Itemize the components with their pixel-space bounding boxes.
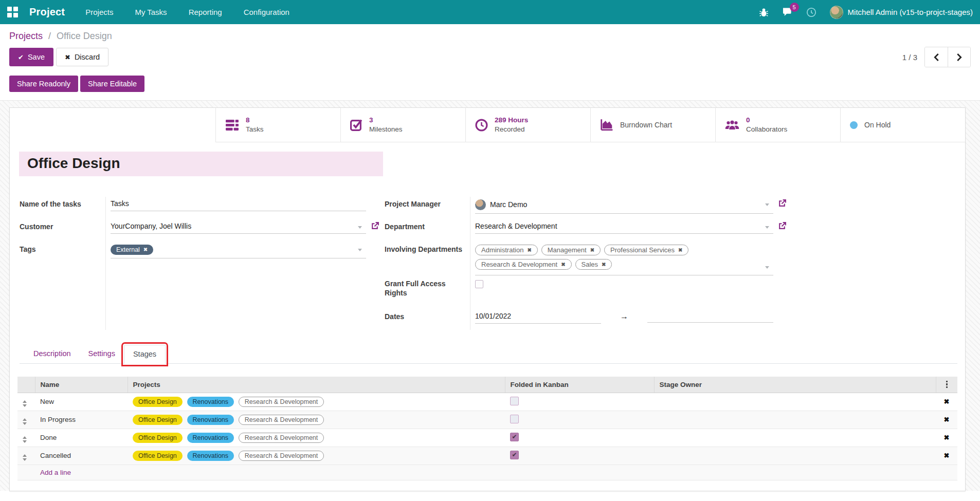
delete-row-icon[interactable]: ✖ [944, 452, 950, 459]
messages-icon[interactable]: 5 [782, 7, 793, 17]
column-header-stage-owner[interactable]: Stage Owner [654, 377, 936, 393]
tag-pill[interactable]: External✖ [111, 245, 153, 255]
department-tag-pill[interactable]: Research & Development✖ [475, 259, 572, 270]
stage-projects-cell[interactable]: Office Design Renovations Research & Dev… [128, 393, 505, 411]
pager-previous-button[interactable] [925, 47, 948, 67]
department-tag-pill[interactable]: Management✖ [541, 245, 601, 255]
stage-name-cell[interactable]: In Progress [35, 411, 128, 429]
external-link-icon[interactable] [778, 199, 787, 208]
remove-tag-icon[interactable]: ✖ [143, 247, 148, 252]
department-tag-pill[interactable]: Administration✖ [475, 245, 538, 255]
remove-tag-icon[interactable]: ✖ [561, 262, 565, 267]
chevron-down-icon[interactable] [765, 226, 769, 229]
external-link-icon[interactable] [371, 221, 379, 230]
save-button[interactable]: ✔ Save [9, 48, 53, 66]
name-of-tasks-input[interactable]: Tasks [111, 196, 366, 211]
delete-row-icon[interactable]: ✖ [944, 434, 950, 441]
stage-row[interactable]: Cancelled Office Design Renovations Rese… [17, 447, 957, 465]
stat-button-tasks[interactable]: 8 Tasks [215, 108, 340, 142]
stat-button-milestones[interactable]: 3 Milestones [340, 108, 465, 142]
folded-checkbox[interactable] [510, 397, 519, 405]
activities-clock-icon[interactable] [806, 7, 816, 17]
drag-handle-icon[interactable] [23, 418, 27, 425]
stage-projects-cell[interactable]: Office Design Renovations Research & Dev… [128, 447, 505, 465]
delete-row-icon[interactable]: ✖ [944, 398, 950, 405]
chevron-down-icon[interactable] [765, 266, 769, 269]
chevron-down-icon[interactable] [358, 249, 362, 251]
folded-checkbox[interactable] [510, 415, 519, 423]
stage-owner-cell[interactable] [654, 429, 936, 447]
project-manager-input[interactable]: Marc Demo [475, 196, 773, 214]
customer-input[interactable]: YourCompany, Joel Willis [111, 218, 366, 234]
nav-menu-item[interactable]: My Tasks [135, 8, 167, 16]
folded-checkbox[interactable] [510, 433, 519, 441]
optional-columns-icon[interactable] [941, 381, 953, 388]
debug-bug-icon[interactable] [759, 7, 769, 17]
discard-button[interactable]: ✖ Discard [56, 48, 108, 66]
add-a-line-link[interactable]: Add a line [40, 469, 71, 476]
department-tag-pill[interactable]: Research & Development [239, 433, 324, 443]
project-tag-pill[interactable]: Office Design [133, 451, 183, 461]
stage-projects-cell[interactable]: Office Design Renovations Research & Dev… [128, 411, 505, 429]
tab-settings[interactable]: Settings [80, 345, 124, 364]
chevron-down-icon[interactable] [765, 203, 769, 206]
stage-owner-cell[interactable] [654, 393, 936, 411]
share-readonly-button[interactable]: Share Readonly [9, 76, 78, 92]
project-tag-pill[interactable]: Renovations [187, 397, 234, 407]
project-tag-pill[interactable]: Office Design [133, 433, 183, 443]
remove-tag-icon[interactable]: ✖ [678, 247, 682, 253]
folded-checkbox[interactable] [510, 451, 519, 459]
stat-button-burndown-chart[interactable]: Burndown Chart [590, 108, 715, 142]
project-title-input[interactable]: Office Design [19, 152, 383, 176]
stage-row[interactable]: New Office Design Renovations Research &… [17, 393, 957, 411]
user-menu[interactable]: Mitchell Admin (v15-to-projct-stages) [830, 6, 973, 19]
drag-handle-icon[interactable] [23, 454, 27, 461]
date-start-input[interactable]: 10/01/2022 [475, 312, 601, 324]
apps-menu-icon[interactable] [7, 7, 18, 17]
involving-departments-input[interactable]: Administration✖Management✖Professional S… [475, 241, 773, 275]
remove-tag-icon[interactable]: ✖ [602, 262, 606, 267]
share-editable-button[interactable]: Share Editable [80, 76, 144, 92]
app-name[interactable]: Project [29, 6, 65, 18]
stage-row[interactable]: In Progress Office Design Renovations Re… [17, 411, 957, 429]
nav-menu-item[interactable]: Configuration [244, 8, 289, 16]
external-link-icon[interactable] [778, 221, 787, 230]
grant-access-checkbox[interactable] [475, 280, 483, 288]
project-tag-pill[interactable]: Office Design [133, 397, 183, 407]
column-header-folded[interactable]: Folded in Kanban [505, 377, 654, 393]
stat-button-on-hold[interactable]: On Hold [840, 108, 965, 142]
stage-name-cell[interactable]: New [35, 393, 128, 411]
drag-handle-icon[interactable] [23, 436, 27, 443]
department-input[interactable]: Research & Development [475, 218, 773, 234]
project-tag-pill[interactable]: Renovations [187, 451, 234, 461]
department-tag-pill[interactable]: Research & Development [239, 451, 324, 461]
stage-name-cell[interactable]: Cancelled [35, 447, 128, 465]
stage-projects-cell[interactable]: Office Design Renovations Research & Dev… [128, 429, 505, 447]
project-tag-pill[interactable]: Renovations [187, 415, 234, 425]
drag-handle-icon[interactable] [23, 400, 27, 407]
nav-menu-item[interactable]: Reporting [189, 8, 222, 16]
breadcrumb-parent-link[interactable]: Projects [9, 31, 43, 41]
stage-name-cell[interactable]: Done [35, 429, 128, 447]
stat-button-collaborators[interactable]: 0 Collaborators [715, 108, 840, 142]
department-tag-pill[interactable]: Professional Services✖ [604, 245, 688, 255]
project-tag-pill[interactable]: Renovations [187, 433, 234, 443]
department-tag-pill[interactable]: Research & Development [239, 415, 324, 425]
column-header-name[interactable]: Name [35, 377, 128, 393]
column-header-projects[interactable]: Projects [128, 377, 505, 393]
pager-next-button[interactable] [948, 47, 970, 67]
stat-button-hours-recorded[interactable]: 289 Hours Recorded [465, 108, 590, 142]
project-tag-pill[interactable]: Office Design [133, 415, 183, 425]
stage-owner-cell[interactable] [654, 411, 936, 429]
remove-tag-icon[interactable]: ✖ [590, 247, 594, 253]
department-tag-pill[interactable]: Research & Development [239, 397, 324, 407]
stage-row[interactable]: Done Office Design Renovations Research … [17, 429, 957, 447]
delete-row-icon[interactable]: ✖ [944, 416, 950, 423]
stage-owner-cell[interactable] [654, 447, 936, 465]
date-end-input[interactable] [647, 312, 773, 323]
tab-description[interactable]: Description [25, 345, 80, 364]
remove-tag-icon[interactable]: ✖ [527, 247, 531, 253]
nav-menu-item[interactable]: Projects [85, 8, 113, 16]
tab-stages[interactable]: Stages [124, 345, 166, 364]
department-tag-pill[interactable]: Sales✖ [575, 259, 612, 270]
